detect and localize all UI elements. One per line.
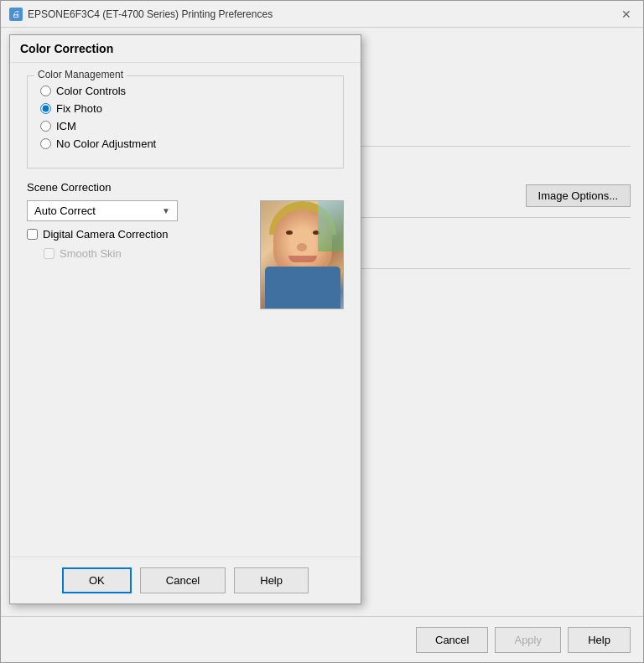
scene-left: Auto Correct ▼ Digital Camera Correction…	[27, 200, 247, 309]
no-color-radio[interactable]	[40, 138, 51, 149]
color-controls-radio[interactable]	[40, 85, 51, 96]
scene-dropdown[interactable]: Auto Correct ▼	[27, 200, 178, 221]
color-controls-radio-item: Color Controls	[40, 85, 330, 97]
scene-correction-label: Scene Correction	[27, 181, 344, 194]
smooth-skin-checkbox[interactable]	[44, 248, 55, 259]
close-button[interactable]: ✕	[618, 6, 635, 23]
smooth-skin-checkbox-item: Smooth Skin	[44, 247, 247, 260]
cancel-button[interactable]: Cancel	[416, 627, 488, 653]
dialog-bottom: OK Cancel Help	[10, 557, 361, 603]
printer-icon: 🖨	[9, 8, 23, 21]
fix-photo-radio[interactable]	[40, 103, 51, 114]
icm-label: ICM	[56, 120, 76, 132]
help-button[interactable]: Help	[568, 627, 631, 653]
scene-content: Auto Correct ▼ Digital Camera Correction…	[27, 200, 344, 309]
left-eye	[286, 230, 293, 235]
no-color-label: No Color Adjustment	[56, 137, 156, 150]
dialog-ok-button[interactable]: OK	[62, 567, 132, 593]
color-management-label: Color Management	[34, 69, 127, 80]
fix-photo-label: Fix Photo	[56, 102, 102, 115]
dialog-title: Color Correction	[10, 35, 361, 63]
scene-dropdown-value: Auto Correct	[34, 205, 96, 217]
scene-preview-image	[260, 200, 344, 309]
scene-correction-section: Scene Correction Auto Correct ▼ Digital …	[27, 181, 344, 544]
bottom-bar: Cancel Apply Help	[1, 616, 643, 662]
title-bar: 🖨 EPSONE6F3C4 (ET-4700 Series) Printing …	[1, 1, 643, 28]
icm-radio-item: ICM	[40, 120, 330, 132]
mouth	[288, 256, 317, 262]
body-decoration	[265, 267, 340, 308]
icm-radio[interactable]	[40, 121, 51, 132]
digital-camera-checkbox-item: Digital Camera Correction	[27, 228, 247, 241]
digital-camera-checkbox[interactable]	[27, 229, 38, 240]
color-controls-label: Color Controls	[56, 85, 126, 97]
apply-button[interactable]: Apply	[495, 627, 561, 653]
background-sky	[318, 201, 343, 251]
image-options-button[interactable]: Image Options...	[526, 184, 631, 207]
window-title: EPSONE6F3C4 (ET-4700 Series) Printing Pr…	[28, 8, 273, 20]
color-management-group: Color Management Color Controls Fix Phot…	[27, 75, 344, 168]
color-correction-dialog: Color Correction Color Management Color …	[9, 34, 361, 604]
digital-camera-label: Digital Camera Correction	[43, 228, 169, 241]
fix-photo-radio-item: Fix Photo	[40, 102, 330, 115]
dialog-cancel-button[interactable]: Cancel	[140, 567, 226, 593]
smooth-skin-label: Smooth Skin	[60, 247, 122, 260]
scene-dropdown-arrow-icon: ▼	[162, 206, 170, 215]
main-window: 🖨 EPSONE6F3C4 (ET-4700 Series) Printing …	[0, 0, 644, 663]
no-color-radio-item: No Color Adjustment	[40, 137, 330, 150]
nose	[297, 243, 307, 251]
title-bar-left: 🖨 EPSONE6F3C4 (ET-4700 Series) Printing …	[9, 8, 273, 21]
dialog-help-button[interactable]: Help	[234, 567, 309, 593]
dialog-body: Color Management Color Controls Fix Phot…	[10, 63, 361, 557]
